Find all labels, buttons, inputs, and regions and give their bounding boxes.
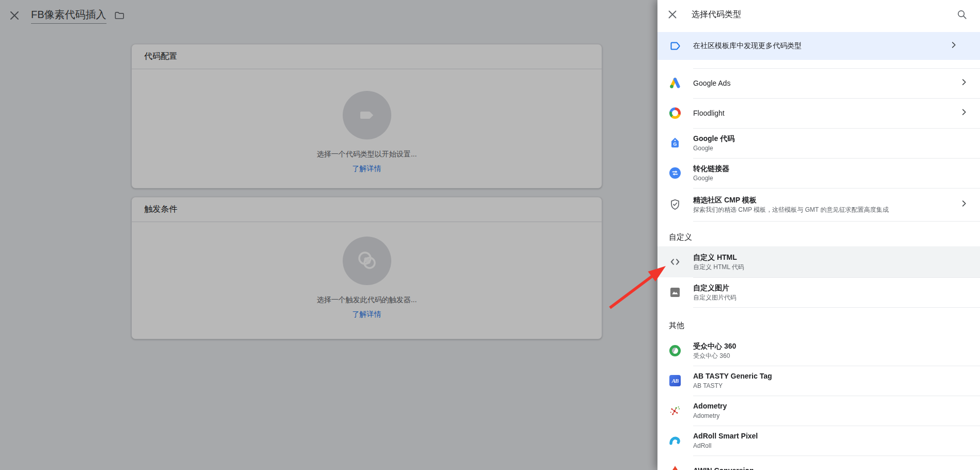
tag-type-cmp-templates[interactable]: 精选社区 CMP 模板 探索我们的精选 CMP 模板，这些模板与 GMT 的意见… bbox=[657, 188, 980, 221]
search-icon[interactable] bbox=[956, 9, 968, 20]
tag-type-vendor: Google bbox=[693, 174, 973, 182]
community-template-icon bbox=[669, 40, 681, 52]
tag-type-audience-center-360[interactable]: 受众中心 360 受众中心 360 bbox=[657, 336, 980, 366]
tag-type-label: AWIN Conversion bbox=[693, 466, 973, 470]
panel-header: 选择代码类型 bbox=[657, 0, 980, 29]
shield-check-icon bbox=[669, 198, 681, 211]
tag-type-label: Google Ads bbox=[693, 79, 952, 88]
adometry-icon bbox=[669, 404, 681, 417]
banner-label: 在社区模板库中发现更多代码类型 bbox=[693, 41, 949, 51]
tag-type-description: 自定义图片代码 bbox=[693, 293, 973, 302]
chevron-right-icon bbox=[949, 40, 958, 52]
adroll-icon bbox=[669, 434, 681, 447]
ab-tasty-icon: AB bbox=[669, 374, 681, 387]
panel-title: 选择代码类型 bbox=[692, 9, 956, 20]
tag-type-label: Floodlight bbox=[693, 108, 952, 118]
google-ads-icon bbox=[669, 77, 681, 89]
tag-type-vendor: Adometry bbox=[693, 412, 973, 420]
chevron-right-icon bbox=[959, 107, 969, 119]
tag-type-google-tag[interactable]: G Google 代码 Google bbox=[657, 128, 980, 158]
tag-type-conversion-linker[interactable]: 转化链接器 Google bbox=[657, 158, 980, 188]
tag-type-adometry[interactable]: Adometry Adometry bbox=[657, 396, 980, 426]
tag-type-vendor: AB TASTY bbox=[693, 382, 973, 390]
tag-type-label: AdRoll Smart Pixel bbox=[693, 431, 973, 441]
tag-type-label: Adometry bbox=[693, 401, 973, 411]
google-tag-icon: G bbox=[669, 137, 681, 149]
tag-type-vendor: AdRoll bbox=[693, 442, 973, 450]
section-header-custom: 自定义 bbox=[657, 221, 980, 246]
community-template-gallery-banner[interactable]: 在社区模板库中发现更多代码类型 bbox=[657, 32, 980, 60]
tag-type-awin-conversion[interactable]: AWIN Conversion bbox=[657, 456, 980, 470]
tag-type-vendor: 受众中心 360 bbox=[693, 352, 973, 360]
tag-type-label: 自定义 HTML bbox=[693, 253, 973, 262]
code-brackets-icon bbox=[669, 256, 681, 268]
tag-type-floodlight[interactable]: Floodlight bbox=[657, 98, 980, 128]
awin-flame-icon bbox=[669, 464, 681, 470]
conversion-linker-icon bbox=[669, 167, 681, 179]
section-header-others: 其他 bbox=[657, 307, 980, 336]
tag-type-ab-tasty[interactable]: AB AB TASTY Generic Tag AB TASTY bbox=[657, 366, 980, 396]
tag-type-adroll[interactable]: AdRoll Smart Pixel AdRoll bbox=[657, 426, 980, 456]
tag-type-google-ads[interactable]: Google Ads bbox=[657, 68, 980, 98]
tag-type-label: AB TASTY Generic Tag bbox=[693, 371, 973, 381]
tag-type-custom-image[interactable]: 自定义图片 自定义图片代码 bbox=[657, 277, 980, 307]
image-icon bbox=[669, 286, 681, 299]
choose-tag-type-panel: 选择代码类型 在社区模板库中发现更多代码类型 Google Ads bbox=[657, 0, 980, 470]
tag-type-label: 精选社区 CMP 模板 bbox=[693, 195, 952, 205]
tag-type-label: 自定义图片 bbox=[693, 283, 973, 292]
close-icon[interactable] bbox=[668, 10, 677, 19]
tag-type-label: 受众中心 360 bbox=[693, 341, 973, 351]
tag-type-label: Google 代码 bbox=[693, 134, 973, 143]
tag-type-custom-html[interactable]: 自定义 HTML 自定义 HTML 代码 bbox=[657, 246, 980, 277]
svg-text:G: G bbox=[673, 142, 677, 147]
tag-type-label: 转化链接器 bbox=[693, 164, 973, 173]
tag-type-description: 探索我们的精选 CMP 模板，这些模板与 GMT 的意见征求配置高度集成 bbox=[693, 206, 952, 214]
tag-type-description: 自定义 HTML 代码 bbox=[693, 263, 973, 271]
floodlight-icon bbox=[669, 107, 681, 119]
audience-center-360-icon bbox=[669, 344, 681, 357]
tag-type-vendor: Google bbox=[693, 144, 973, 152]
chevron-right-icon bbox=[959, 199, 969, 210]
chevron-right-icon bbox=[959, 77, 969, 89]
tag-type-list: Google Ads Floodlight G Google bbox=[657, 60, 980, 470]
